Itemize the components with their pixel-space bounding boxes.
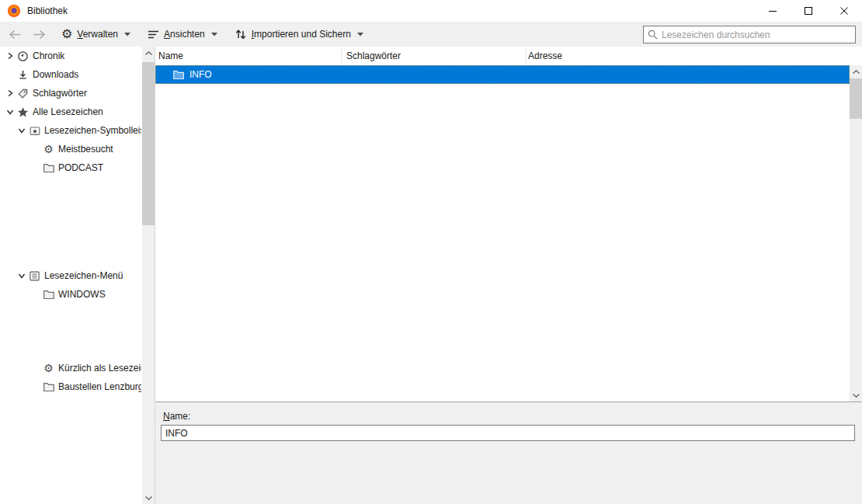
- scroll-up-button[interactable]: [142, 47, 155, 59]
- bookmarks-toolbar-icon: [28, 125, 41, 137]
- minimize-icon: [769, 7, 777, 15]
- firefox-logo-icon: [8, 5, 20, 17]
- title-bar: Bibliothek: [0, 0, 862, 22]
- sidebar-item-downloads[interactable]: Downloads: [0, 65, 141, 84]
- star-icon: [16, 106, 30, 118]
- scroll-up-button[interactable]: [850, 65, 862, 78]
- close-button[interactable]: [826, 0, 862, 22]
- list-header: Name Schlagwörter Adresse: [155, 47, 862, 65]
- minimize-button[interactable]: [755, 0, 791, 22]
- sidebar-item-baustellen-lenzburg[interactable]: Baustellen Lenzburg: [0, 377, 141, 396]
- importieren-label: Importieren und Sichern: [252, 29, 351, 40]
- verwalten-label: Verwalten: [77, 29, 118, 40]
- column-divider: [341, 48, 342, 64]
- chevron-up-icon: [853, 70, 860, 74]
- folder-icon: [172, 69, 185, 80]
- sidebar-item-schlagwoerter[interactable]: Schlagwörter: [0, 84, 141, 103]
- chevron-down-icon: [853, 394, 860, 398]
- column-header-name[interactable]: Name: [158, 47, 183, 65]
- gear-icon: ⚙: [61, 29, 72, 40]
- scrollbar-thumb[interactable]: [850, 78, 862, 119]
- scrollbar-thumb[interactable]: [142, 62, 155, 225]
- close-icon: [840, 7, 848, 15]
- maximize-button[interactable]: [791, 0, 826, 22]
- toolbar: ⚙ Verwalten Ansichten Importieren und Si…: [0, 22, 862, 47]
- sidebar-item-kuerzlich-als-lesezeichen[interactable]: ⚙ Kürzlich als Lesezeichen gesetzt: [0, 359, 141, 377]
- search-box: [643, 26, 856, 43]
- forward-button[interactable]: [31, 26, 47, 42]
- chevron-down-icon: [357, 33, 363, 36]
- chevron-down-icon[interactable]: [4, 108, 16, 116]
- bookmarks-menu-icon: [28, 270, 41, 282]
- list-body: INFO: [155, 65, 850, 401]
- importieren-sichern-menu-button[interactable]: Importieren und Sichern: [229, 24, 369, 44]
- ansichten-menu-button[interactable]: Ansichten: [142, 24, 223, 44]
- scroll-down-button[interactable]: [850, 389, 862, 401]
- search-icon: [648, 30, 658, 40]
- sidebar-item-lesezeichen-menue[interactable]: Lesezeichen-Menü: [0, 266, 141, 285]
- chevron-right-icon[interactable]: [4, 52, 16, 60]
- nav-arrows: [7, 26, 47, 42]
- sidebar-item-podcast[interactable]: PODCAST: [0, 158, 141, 177]
- clock-icon: [16, 50, 30, 62]
- sidebar-scrollbar[interactable]: [142, 47, 155, 504]
- import-export-icon: [235, 28, 247, 40]
- search-input[interactable]: [662, 30, 851, 40]
- folder-icon: [42, 289, 55, 300]
- column-header-schlagwoerter[interactable]: Schlagwörter: [346, 47, 401, 65]
- back-icon: [9, 30, 22, 40]
- sidebar-item-alle-lesezeichen[interactable]: Alle Lesezeichen: [0, 103, 141, 121]
- sidebar: Chronik Downloads Schlagwörter Alle Lese…: [0, 47, 155, 504]
- window-title: Bibliothek: [27, 5, 68, 16]
- verwalten-menu-button[interactable]: ⚙ Verwalten: [56, 24, 136, 44]
- smart-folder-gear-icon: ⚙: [42, 363, 55, 374]
- back-button[interactable]: [7, 26, 23, 42]
- bookmarks-list-pane: Name Schlagwörter Adresse INFO Name:: [155, 47, 862, 504]
- detail-panel: Name:: [155, 402, 862, 504]
- window-controls: [755, 0, 862, 22]
- sidebar-item-meistbesucht[interactable]: ⚙ Meistbesucht: [0, 140, 141, 158]
- folder-icon: [42, 162, 55, 173]
- column-divider: [526, 48, 527, 64]
- chevron-down-icon[interactable]: [16, 272, 28, 280]
- list-row-info[interactable]: INFO: [155, 65, 850, 84]
- forward-icon: [33, 30, 46, 40]
- name-field-label: Name:: [163, 411, 190, 422]
- list-scrollbar[interactable]: [850, 65, 862, 401]
- name-field-input[interactable]: [161, 425, 855, 441]
- chevron-up-icon: [145, 51, 152, 55]
- tag-icon: [16, 88, 30, 99]
- chevron-down-icon: [124, 33, 130, 36]
- sidebar-item-lesezeichen-symbolleiste[interactable]: Lesezeichen-Symbolleiste: [0, 121, 141, 140]
- row-label: INFO: [189, 69, 212, 80]
- maximize-icon: [805, 7, 812, 15]
- ansichten-label: Ansichten: [164, 29, 205, 40]
- views-icon: [148, 30, 159, 40]
- sidebar-item-windows[interactable]: WINDOWS: [0, 285, 141, 304]
- chevron-down-icon: [145, 496, 152, 500]
- column-header-adresse[interactable]: Adresse: [528, 47, 562, 65]
- folder-icon: [42, 381, 55, 392]
- download-icon: [16, 69, 30, 81]
- smart-folder-gear-icon: ⚙: [42, 144, 55, 155]
- sidebar-item-chronik[interactable]: Chronik: [0, 47, 141, 65]
- chevron-down-icon[interactable]: [16, 127, 28, 134]
- chevron-down-icon: [211, 33, 217, 36]
- scroll-down-button[interactable]: [142, 492, 155, 504]
- chevron-right-icon[interactable]: [4, 89, 16, 97]
